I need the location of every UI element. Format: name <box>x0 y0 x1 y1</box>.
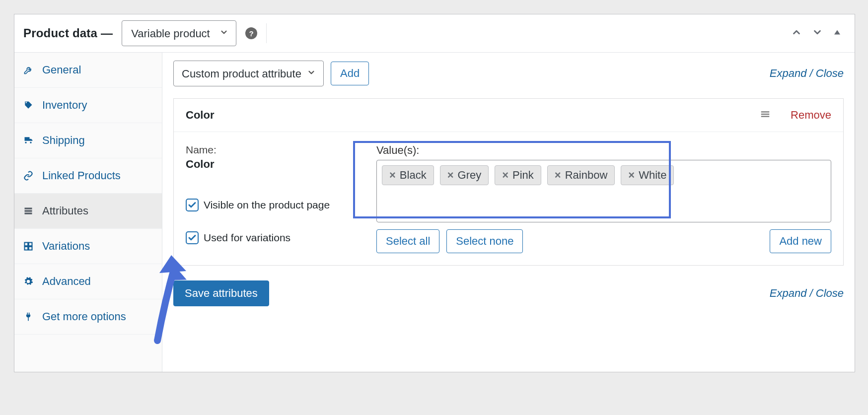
help-icon[interactable]: ? <box>245 27 257 39</box>
grid-icon <box>22 241 34 251</box>
product-type-select[interactable]: Variable product <box>122 20 236 46</box>
sidebar-item-label: Attributes <box>42 205 88 217</box>
remove-tag-icon[interactable]: × <box>502 169 508 182</box>
save-row: Save attributes Expand / Close <box>173 280 844 306</box>
product-type-select-wrap: Variable product <box>122 20 236 46</box>
svg-marker-0 <box>834 30 840 35</box>
attribute-left-column: Name: Color Visible on the product page <box>186 144 357 253</box>
used-for-variations-checkbox[interactable] <box>186 231 199 244</box>
expand-close-link-bottom[interactable]: Expand / Close <box>770 287 844 300</box>
sidebar-item-attributes[interactable]: Attributes <box>14 194 162 229</box>
gear-icon <box>22 277 34 286</box>
svg-rect-7 <box>29 247 32 250</box>
remove-attribute-link[interactable]: Remove <box>791 109 831 122</box>
sidebar-item-inventory[interactable]: Inventory <box>14 88 162 123</box>
panel-header-actions <box>791 27 846 40</box>
main-content: Custom product attribute Add Expand / Cl… <box>162 53 855 372</box>
sidebar-item-label: Advanced <box>42 275 91 288</box>
tag-label: Pink <box>512 169 534 182</box>
attribute-title: Color <box>186 109 214 122</box>
expand-close-link[interactable]: Expand / Close <box>770 67 844 80</box>
name-label: Name: <box>186 144 357 156</box>
truck-icon <box>22 136 34 145</box>
svg-rect-5 <box>29 243 32 246</box>
tag-label: Black <box>400 169 427 182</box>
svg-rect-2 <box>25 210 32 211</box>
sidebar-item-variations[interactable]: Variations <box>14 229 162 264</box>
visible-label: Visible on the product page <box>204 199 330 211</box>
tag-label: Grey <box>458 169 482 182</box>
wrench-icon <box>22 65 34 75</box>
add-new-value-button[interactable]: Add new <box>770 229 831 253</box>
list-icon <box>22 206 34 216</box>
sidebar-item-label: Shipping <box>42 134 85 147</box>
remove-tag-icon[interactable]: × <box>447 169 454 182</box>
add-attribute-button[interactable]: Add <box>331 62 369 85</box>
sidebar-item-label: General <box>42 64 81 76</box>
sidebar-item-general[interactable]: General <box>14 53 162 88</box>
tag-label: Rainbow <box>565 169 608 182</box>
visible-checkbox[interactable] <box>186 199 199 211</box>
attribute-header[interactable]: Color Remove <box>174 99 843 132</box>
svg-rect-3 <box>25 212 32 214</box>
save-attributes-button[interactable]: Save attributes <box>173 280 269 306</box>
attribute-header-actions: Remove <box>760 109 831 122</box>
value-tag[interactable]: ×White <box>621 165 674 185</box>
product-data-panel: Product data — Variable product ? <box>14 14 855 372</box>
drag-handle-icon[interactable] <box>760 109 771 122</box>
sidebar-item-label: Get more options <box>42 310 126 323</box>
remove-tag-icon[interactable]: × <box>628 169 635 182</box>
panel-header: Product data — Variable product ? <box>14 14 855 53</box>
sidebar-item-advanced[interactable]: Advanced <box>14 264 162 299</box>
values-tag-input[interactable]: ×Black ×Grey ×Pink ×Rainbow ×White <box>376 160 831 222</box>
value-actions-row: Select all Select none Add new <box>376 229 831 253</box>
sidebar-item-linked-products[interactable]: Linked Products <box>14 158 162 194</box>
triangle-up-icon[interactable] <box>833 28 842 39</box>
used-for-variations-row: Used for variations <box>186 231 357 244</box>
chevron-up-icon[interactable] <box>791 27 802 40</box>
select-none-button[interactable]: Select none <box>446 229 523 253</box>
sidebar-item-label: Inventory <box>42 99 87 112</box>
svg-rect-1 <box>25 208 32 209</box>
sidebar-item-label: Variations <box>42 240 90 253</box>
value-tag[interactable]: ×Black <box>382 165 434 185</box>
svg-rect-6 <box>25 247 28 250</box>
used-for-variations-label: Used for variations <box>204 232 290 244</box>
sidebar-item-label: Linked Products <box>42 169 121 182</box>
attribute-box: Color Remove Name: Color <box>173 98 844 266</box>
tag-icon <box>22 100 34 110</box>
sidebar-item-get-more-options[interactable]: Get more options <box>14 299 162 335</box>
remove-tag-icon[interactable]: × <box>389 169 396 182</box>
panel-title: Product data — <box>23 26 113 40</box>
select-all-button[interactable]: Select all <box>376 229 439 253</box>
value-tag[interactable]: ×Pink <box>495 165 541 185</box>
panel-body: General Inventory Shipping Linked Produc… <box>14 53 855 372</box>
tag-label: White <box>639 169 666 182</box>
visible-on-product-row: Visible on the product page <box>186 199 357 211</box>
plug-icon <box>22 312 34 322</box>
chevron-down-icon[interactable] <box>812 27 823 40</box>
remove-tag-icon[interactable]: × <box>555 169 561 182</box>
separator <box>266 23 267 43</box>
attribute-right-column: Value(s): ×Black ×Grey ×Pink ×Rainbow ×W… <box>376 144 831 253</box>
sidebar-item-shipping[interactable]: Shipping <box>14 123 162 158</box>
sidebar: General Inventory Shipping Linked Produc… <box>14 53 162 372</box>
attributes-top-row: Custom product attribute Add Expand / Cl… <box>173 61 844 86</box>
svg-rect-4 <box>25 243 28 246</box>
value-tag[interactable]: ×Rainbow <box>547 165 615 185</box>
attribute-taxonomy-select[interactable]: Custom product attribute <box>173 61 324 86</box>
value-tag[interactable]: ×Grey <box>440 165 489 185</box>
attribute-body: Name: Color Visible on the product page <box>174 132 843 265</box>
values-label: Value(s): <box>376 144 831 157</box>
link-icon <box>22 171 34 181</box>
attribute-taxonomy-select-wrap: Custom product attribute <box>173 61 324 86</box>
name-value: Color <box>186 158 357 171</box>
